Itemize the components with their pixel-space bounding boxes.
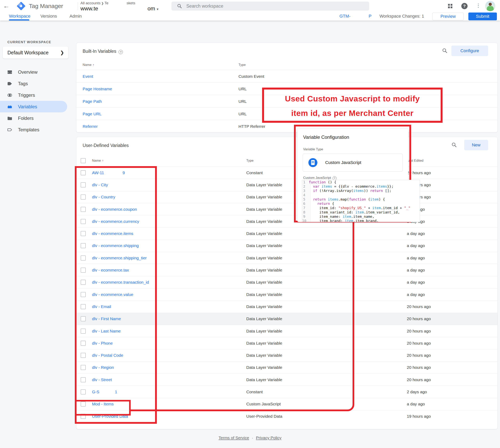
tabs-bar: Workspace Versions Admin GTM-P Workspace… xyxy=(0,12,500,21)
current-workspace-label: CURRENT WORKSPACE xyxy=(7,40,51,44)
annotation-box-mod-items xyxy=(75,400,131,416)
workspace-changes: Workspace Changes: 1 xyxy=(379,12,424,21)
search-icon[interactable] xyxy=(442,48,447,53)
line-number: 7 xyxy=(302,206,309,210)
privacy-link[interactable]: Privacy Policy xyxy=(256,435,281,440)
sidebar-item-tags[interactable]: Tags xyxy=(0,78,67,89)
sidebar-item-label: Tags xyxy=(18,81,28,86)
new-button[interactable]: New xyxy=(464,140,488,150)
search-icon[interactable] xyxy=(451,142,457,148)
terms-link[interactable]: Terms of Service xyxy=(219,435,249,440)
last-edited: a day ago xyxy=(407,231,498,236)
help-icon[interactable]: ? xyxy=(333,176,336,180)
back-arrow-icon[interactable]: ← xyxy=(3,2,9,10)
select-all-checkbox[interactable] xyxy=(81,158,86,163)
line-number: 9 xyxy=(302,214,309,219)
popup-title: Variable Configuration xyxy=(303,134,349,140)
code-editor[interactable]: 1function () {2 var items = {{dlv - ecom… xyxy=(302,180,420,222)
line-number: 3 xyxy=(302,189,309,193)
preview-button[interactable]: Preview xyxy=(432,13,464,20)
gtm-container-id[interactable]: GTM-P xyxy=(339,12,371,21)
code-line: 9 item_name: item.item_name, xyxy=(302,214,420,219)
more-menu-icon[interactable]: ⋮ xyxy=(476,2,481,9)
variable-link[interactable]: Event xyxy=(83,74,93,79)
tab-versions[interactable]: Versions xyxy=(40,12,57,21)
variable-link[interactable]: Page URL xyxy=(83,112,102,116)
variable-link[interactable]: Referrer xyxy=(83,124,98,128)
container-selector[interactable]: www.teom▾ xyxy=(80,5,158,12)
sidebar-item-overview[interactable]: Overview xyxy=(0,66,67,78)
userdef-title: User-Defined Variables xyxy=(83,143,129,148)
line-number: 6 xyxy=(302,202,309,206)
folders-icon xyxy=(7,115,13,121)
workspace-search[interactable] xyxy=(171,1,369,11)
submit-button[interactable]: Submit xyxy=(468,13,497,20)
last-edited: 20 hours ago xyxy=(407,183,498,187)
annotation-line2: item id, as per Merchant Center xyxy=(264,106,441,120)
last-edited: a day ago xyxy=(407,268,498,272)
code-line: 7 item_id: "shopify_US_" + item.item_id … xyxy=(302,206,420,210)
last-edited: 20 hours ago xyxy=(407,329,498,334)
annotation-box-variable-names xyxy=(75,166,157,424)
sidebar-item-variables[interactable]: Variables xyxy=(0,101,67,112)
line-number: 1 xyxy=(302,180,309,184)
variable-type-card[interactable]: Custom JavaScript xyxy=(303,154,403,172)
variable-configuration-popup: Variable Configuration Variable Type Cus… xyxy=(297,128,408,222)
last-edited: a day ago xyxy=(407,402,498,406)
table-row: EventCustom Event xyxy=(76,70,498,83)
sidebar-item-label: Variables xyxy=(18,104,37,110)
code-line: 8 item_variant_id: item.item_variant_id, xyxy=(302,210,420,214)
divider xyxy=(78,2,78,10)
sidebar-item-label: Folders xyxy=(18,115,34,121)
tags-icon xyxy=(7,81,13,86)
annotation-connector-line xyxy=(130,221,354,411)
last-edited: 20 hours ago xyxy=(407,304,498,309)
sidebar-nav: OverviewTagsTriggersVariablesFoldersTemp… xyxy=(0,66,74,135)
code-line: 5 return items.map(function (item) { xyxy=(302,197,420,202)
last-edited: a day ago xyxy=(407,292,498,297)
sidebar-item-label: Templates xyxy=(18,127,39,132)
variable-type-label: Variable Type xyxy=(303,147,323,151)
chevron-down-icon: ▾ xyxy=(155,7,158,11)
code-line: 10 item_brand: item.item_brand, xyxy=(302,219,420,222)
help-icon[interactable]: ? xyxy=(119,50,123,54)
sidebar-item-folders[interactable]: Folders xyxy=(0,112,67,124)
variable-link[interactable]: Page Path xyxy=(83,99,102,104)
userdef-table-header: Name↑ Type Last Edited xyxy=(76,155,498,167)
line-number: 4 xyxy=(302,193,309,197)
sidebar-item-label: Triggers xyxy=(18,93,35,98)
sidebar-item-templates[interactable]: Templates xyxy=(0,124,67,135)
last-edited: 20 hours ago xyxy=(407,341,498,346)
triggers-icon xyxy=(7,93,13,98)
custom-javascript-label: Custom JavaScript? xyxy=(303,176,336,180)
workspace-selector[interactable]: Default Workspace ❯ xyxy=(3,47,68,59)
custom-javascript-icon xyxy=(308,158,317,167)
variable-link[interactable]: Page Hostname xyxy=(83,87,112,91)
last-edited: 20 hours ago xyxy=(407,195,498,199)
configure-button[interactable]: Configure xyxy=(451,46,488,56)
top-bar: ← Tag Manager All accounts❯Teskets www.t… xyxy=(0,0,500,12)
variables-icon xyxy=(7,104,13,110)
breadcrumb-accounts[interactable]: All accounts❯Teskets xyxy=(80,1,158,5)
tag-manager-logo xyxy=(17,2,25,10)
last-edited: 20 hours ago xyxy=(407,377,498,382)
gtm-app: ← Tag Manager All accounts❯Teskets www.t… xyxy=(0,0,500,448)
sort-asc-icon[interactable]: ↑ xyxy=(101,159,104,162)
templates-icon xyxy=(7,127,13,132)
last-edited: a day ago xyxy=(407,207,498,212)
search-icon xyxy=(177,3,182,9)
search-input[interactable] xyxy=(186,3,347,9)
sort-asc-icon[interactable]: ↑ xyxy=(91,63,94,66)
avatar[interactable] xyxy=(485,1,495,11)
builtin-table-header: Name↑ Type xyxy=(76,60,498,70)
tab-admin[interactable]: Admin xyxy=(70,12,82,21)
active-tab-underline xyxy=(9,19,29,20)
chevron-right-icon: ❯ xyxy=(100,1,105,5)
line-number: 10 xyxy=(302,219,309,222)
help-icon[interactable]: ? xyxy=(461,3,468,9)
apps-grid-icon[interactable] xyxy=(448,4,452,8)
breadcrumb[interactable]: All accounts❯Teskets www.teom▾ xyxy=(80,1,158,12)
sidebar-item-triggers[interactable]: Triggers xyxy=(0,89,67,101)
variable-type: Custom Event xyxy=(239,74,498,79)
line-number: 2 xyxy=(302,184,309,189)
